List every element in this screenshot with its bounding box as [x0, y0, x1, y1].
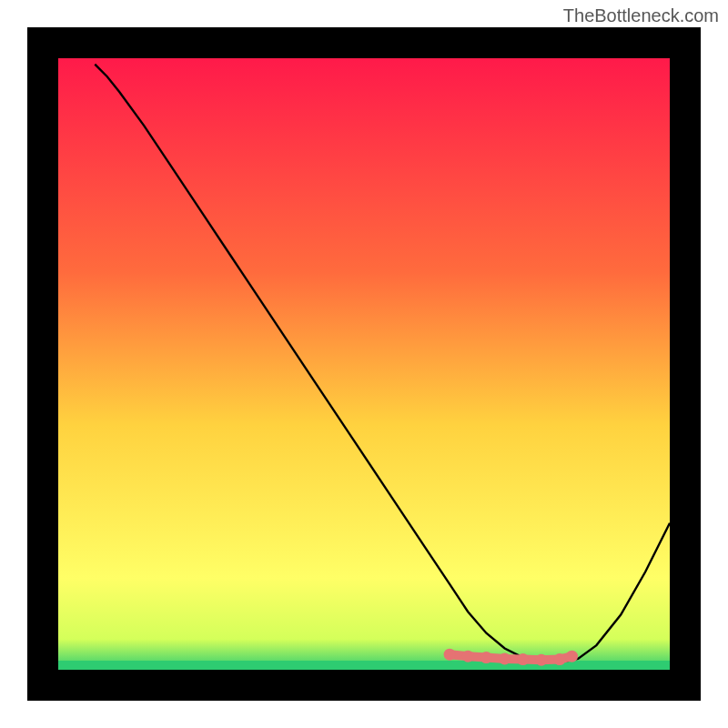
green-band	[58, 661, 670, 670]
highlight-dot	[517, 653, 529, 665]
highlight-dot	[480, 652, 492, 663]
chart-svg	[27, 27, 701, 701]
plot-area	[27, 27, 701, 701]
highlight-dot	[535, 654, 547, 666]
gradient-background	[58, 58, 670, 670]
highlight-dot	[499, 652, 511, 664]
chart-container: TheBottleneck.com	[0, 0, 728, 728]
highlight-dot	[554, 653, 566, 665]
highlight-dot	[444, 649, 456, 661]
watermark-text: TheBottleneck.com	[563, 5, 719, 26]
highlight-dot	[462, 651, 474, 662]
highlight-dot	[566, 651, 578, 662]
